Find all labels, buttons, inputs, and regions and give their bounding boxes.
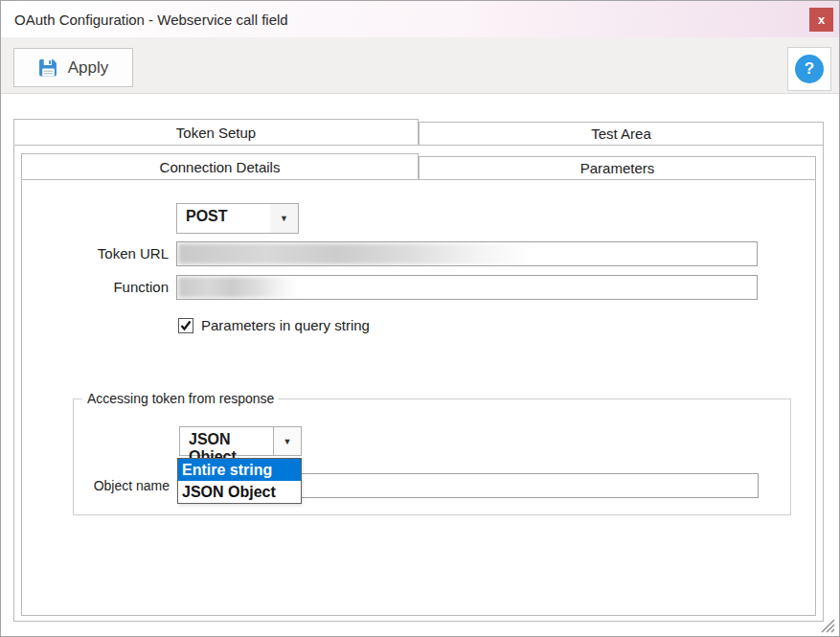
parameters-query-checkbox[interactable] (178, 318, 193, 333)
help-button[interactable]: ? (787, 47, 831, 91)
dialog-title: OAuth Configuration - Webservice call fi… (1, 11, 288, 28)
dropdown-option-entire-string[interactable]: Entire string (178, 459, 301, 481)
close-button[interactable]: x (809, 8, 833, 32)
http-method-dropdown[interactable]: POST ▼ (176, 203, 299, 234)
token-type-dropdown[interactable]: JSON Object ▼ (179, 426, 302, 456)
dialog-content: Token Setup Test Area Connection Details… (1, 119, 839, 637)
outer-tab-strip: Token Setup Test Area (13, 119, 824, 145)
token-setup-tabpage: Connection Details Parameters POST ▼ Tok… (13, 145, 824, 622)
connection-details-tabpage: POST ▼ Token URL Function (21, 179, 816, 616)
function-label: Function (22, 275, 169, 300)
token-type-value: JSON Object (180, 427, 273, 455)
apply-button[interactable]: Apply (13, 48, 133, 87)
resize-grip-icon[interactable] (821, 619, 835, 633)
query-string-checkbox-label: Parameters in query string (201, 317, 370, 333)
dropdown-option-json-object[interactable]: JSON Object (178, 481, 301, 503)
close-icon: x (818, 12, 825, 27)
groupbox-legend: Accessing token from response (82, 391, 279, 406)
tab-connection-details[interactable]: Connection Details (21, 153, 419, 179)
token-response-groupbox: Accessing token from response JSON Objec… (73, 398, 791, 515)
query-string-checkbox-row: Parameters in query string (178, 317, 370, 333)
object-name-label: Object name (74, 473, 170, 498)
token-type-dropdown-list: Entire string JSON Object (177, 458, 302, 504)
token-url-input[interactable] (177, 242, 757, 265)
apply-label: Apply (68, 58, 109, 78)
token-url-input-wrap (176, 241, 758, 266)
chevron-down-icon: ▼ (270, 204, 298, 233)
oauth-config-dialog: OAuth Configuration - Webservice call fi… (0, 0, 840, 637)
http-method-value: POST (177, 204, 270, 233)
inner-tab-strip: Connection Details Parameters (21, 153, 816, 179)
token-url-label: Token URL (22, 241, 169, 266)
toolbar: Apply ? (1, 37, 839, 94)
checkmark-icon (180, 320, 192, 331)
titlebar: OAuth Configuration - Webservice call fi… (1, 1, 839, 37)
tab-parameters[interactable]: Parameters (419, 156, 816, 179)
chevron-down-icon: ▼ (273, 427, 301, 455)
tab-test-area[interactable]: Test Area (419, 122, 824, 145)
function-input[interactable] (177, 276, 757, 299)
save-floppy-icon (38, 57, 58, 78)
question-mark-icon: ? (795, 55, 824, 83)
tab-token-setup[interactable]: Token Setup (13, 119, 419, 145)
function-input-wrap (176, 275, 758, 300)
